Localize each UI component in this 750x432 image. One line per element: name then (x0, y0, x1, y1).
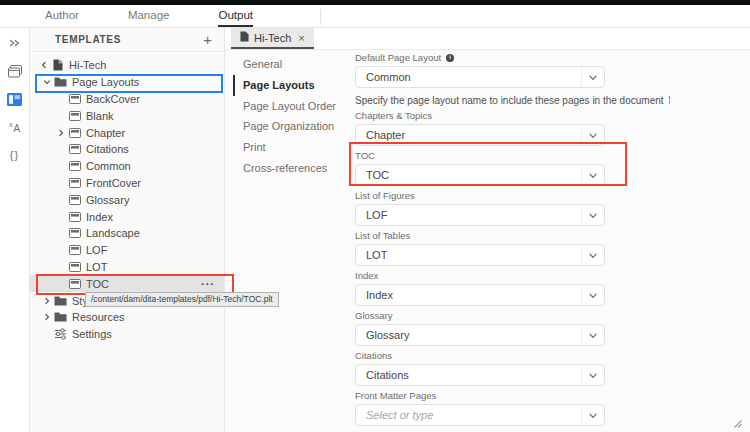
translate-icon[interactable]: xA (6, 119, 23, 135)
templates-panel: TEMPLATES + Hi-TechPage LayoutsBackCover… (30, 28, 225, 432)
chevron-right-icon[interactable] (42, 313, 52, 321)
top-tab-author[interactable]: Author (45, 5, 79, 27)
tree-item-citations[interactable]: Citations (30, 141, 224, 158)
chevron-down-icon (581, 125, 604, 145)
select-value: Common (356, 71, 581, 83)
collapse-panel-icon[interactable] (6, 35, 23, 51)
tree-item-resources[interactable]: Resources (30, 309, 224, 326)
app-mode-tabs: AuthorManageOutput (0, 5, 750, 28)
chevron-back-icon[interactable] (39, 61, 49, 69)
layout-icon (68, 128, 81, 138)
chevron-down-icon (581, 67, 604, 87)
settings-nav: GeneralPage LayoutsPage Layout OrderPage… (233, 54, 351, 179)
tree-item-index[interactable]: Index (30, 208, 224, 225)
resize-grip-icon[interactable] (731, 415, 743, 427)
select-index[interactable]: Index (355, 284, 605, 306)
select-value: Index (356, 289, 581, 301)
select-glossary[interactable]: Glossary (355, 324, 605, 346)
select-front-matter-pages[interactable]: Select or type (355, 404, 605, 426)
tree-item-blank[interactable]: Blank (30, 107, 224, 124)
select-value: LOT (356, 249, 581, 261)
chevron-down-icon[interactable] (42, 78, 52, 86)
tree-item-hi-tech[interactable]: Hi-Tech (30, 57, 224, 74)
layout-icon (68, 245, 81, 255)
top-tab-manage[interactable]: Manage (128, 5, 170, 27)
layout-icon (68, 178, 81, 188)
field-label: List of Tables (355, 230, 645, 241)
document-tab-hitech[interactable]: Hi-Tech × (231, 28, 314, 49)
left-icon-rail: xA {} (0, 28, 30, 432)
field-group-citations: CitationsCitations (355, 348, 645, 386)
chevron-down-icon (581, 205, 604, 225)
select-citations[interactable]: Citations (355, 364, 605, 386)
folder-icon (54, 77, 67, 87)
layout-icon (68, 111, 81, 121)
snippets-icon[interactable]: {} (6, 147, 23, 163)
nav-item-page-layouts[interactable]: Page Layouts (233, 75, 351, 96)
tree-item-label: TOC (86, 278, 201, 290)
info-icon[interactable]: i (446, 54, 454, 62)
layout-icon (68, 212, 81, 222)
layout-icon (68, 144, 81, 154)
tree-item-chapter[interactable]: Chapter (30, 124, 224, 141)
tree-item-settings[interactable]: Settings (30, 326, 224, 343)
tabstrip-divider (320, 9, 321, 25)
field-group-index: IndexIndex (355, 268, 645, 306)
tree-item-common[interactable]: Common (30, 158, 224, 175)
select-value: TOC (356, 169, 581, 181)
add-template-button[interactable]: + (203, 32, 212, 47)
nav-item-cross-references[interactable]: Cross-references (233, 158, 351, 179)
select-value: LOF (356, 209, 581, 221)
chevron-right-icon[interactable] (42, 297, 52, 305)
select-toc[interactable]: TOC (355, 164, 605, 186)
tree-item-backcover[interactable]: BackCover (30, 91, 224, 108)
tree-item-label: Index (86, 211, 224, 223)
tree-item-frontcover[interactable]: FrontCover (30, 175, 224, 192)
tree-item-label: Common (86, 160, 224, 172)
layout-icon (68, 161, 81, 171)
field-group-toc: TOCTOC (355, 148, 645, 186)
select-value: Glossary (356, 329, 581, 341)
field-group-chapters-topics: Chapters & TopicsChapter (355, 108, 645, 146)
info-icon[interactable]: i (669, 96, 671, 104)
chevron-down-icon (581, 325, 604, 345)
select-placeholder: Select or type (356, 409, 581, 421)
editor-area: Hi-Tech × GeneralPage LayoutsPage Layout… (225, 28, 750, 432)
field-label: List of Figures (355, 190, 645, 201)
field-label: Front Matter Pages (355, 390, 645, 401)
top-tab-output[interactable]: Output (218, 5, 253, 27)
more-actions-button[interactable]: ··· (201, 280, 215, 288)
field-label: Citations (355, 350, 645, 361)
select-list-of-figures[interactable]: LOF (355, 204, 605, 226)
select-chapters-topics[interactable]: Chapter (355, 124, 605, 146)
chevron-down-icon (581, 245, 604, 265)
tree-item-toc[interactable]: TOC··· (30, 275, 224, 292)
chevron-right-icon[interactable] (56, 129, 66, 137)
tree-item-lot[interactable]: LOT (30, 259, 224, 276)
tree-item-landscape[interactable]: Landscape (30, 225, 224, 242)
assets-icon[interactable] (6, 63, 23, 79)
nav-item-print[interactable]: Print (233, 137, 351, 158)
nav-item-page-layout-order[interactable]: Page Layout Order (233, 96, 351, 117)
templates-icon[interactable] (6, 91, 23, 107)
tree-item-glossary[interactable]: Glossary (30, 191, 224, 208)
tree-item-label: Glossary (86, 194, 224, 206)
nav-item-page-organization[interactable]: Page Organization (233, 116, 351, 137)
page-layouts-form: Default Page Layout i Common Specify the… (355, 52, 645, 432)
chevron-down-icon (581, 405, 604, 425)
chevron-down-icon (581, 165, 604, 185)
tree-item-label: Settings (72, 328, 224, 340)
close-tab-icon[interactable]: × (298, 32, 304, 44)
select-list-of-tables[interactable]: LOT (355, 244, 605, 266)
nav-item-general[interactable]: General (233, 54, 351, 75)
form-help-text: Specify the page layout name to include … (355, 94, 645, 106)
folder-icon (54, 296, 67, 306)
tree-item-page-layouts[interactable]: Page Layouts (30, 74, 224, 91)
field-group-list-of-figures: List of FiguresLOF (355, 188, 645, 226)
tree-item-lof[interactable]: LOF (30, 242, 224, 259)
field-label: Index (355, 270, 645, 281)
settings-icon (54, 328, 67, 340)
default-page-layout-select[interactable]: Common (355, 66, 605, 88)
tree-item-label: LOF (86, 244, 224, 256)
tree-item-label: Hi-Tech (69, 59, 224, 71)
